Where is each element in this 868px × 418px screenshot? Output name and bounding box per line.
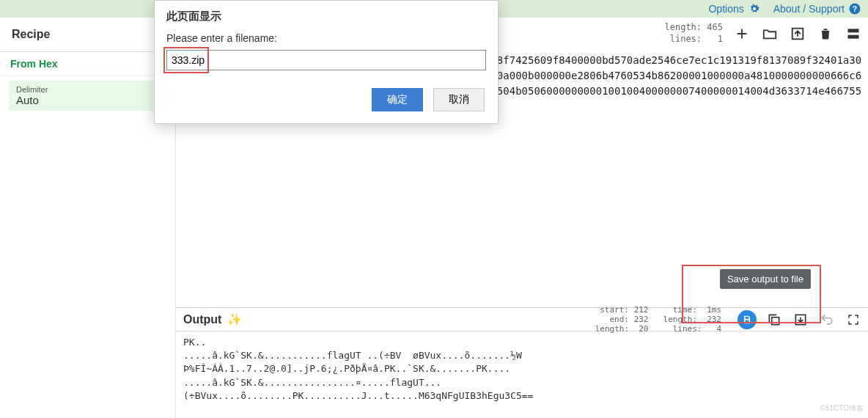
operation-arg[interactable]: Delimiter Auto xyxy=(9,81,166,111)
svg-rect-4 xyxy=(848,34,859,38)
save-output-button[interactable] xyxy=(738,310,757,329)
output-data[interactable]: PK.. .....â.kG`SK.&...........flagUT ..(… xyxy=(176,331,868,418)
recipe-panel: Recipe From Hex Delimiter Auto xyxy=(0,18,176,418)
svg-rect-3 xyxy=(848,29,859,32)
open-file-icon[interactable] xyxy=(789,25,806,43)
layout-icon[interactable] xyxy=(845,25,862,43)
dialog-title: 此页面显示 xyxy=(155,1,498,32)
output-title: Output xyxy=(183,313,221,326)
output-stats: start: 212 end: 232 length: 20 time: 1ms… xyxy=(595,305,721,334)
svg-text:?: ? xyxy=(853,4,857,13)
prompt-dialog: 此页面显示 Please enter a filename: 确定 取消 xyxy=(154,0,499,124)
add-icon[interactable] xyxy=(733,25,751,43)
recipe-title: Recipe xyxy=(0,18,175,52)
about-link[interactable]: About / Support? xyxy=(773,1,862,16)
undo-icon[interactable] xyxy=(818,311,836,329)
ok-button[interactable]: 确定 xyxy=(372,88,423,111)
help-icon: ? xyxy=(847,1,862,16)
fullscreen-icon[interactable] xyxy=(845,311,862,329)
arg-label: Delimiter xyxy=(16,85,159,94)
cancel-button[interactable]: 取消 xyxy=(433,88,485,111)
watermark: ©51CTO博客 xyxy=(820,403,864,414)
folder-icon[interactable] xyxy=(761,25,779,43)
svg-rect-5 xyxy=(772,317,779,324)
input-stats: length: 465 lines: 1 xyxy=(665,22,724,45)
operation-from-hex[interactable]: From Hex xyxy=(0,52,175,76)
clear-icon[interactable] xyxy=(817,25,834,43)
replace-input-icon[interactable] xyxy=(792,311,809,329)
magic-icon[interactable]: ✨ xyxy=(227,312,242,326)
output-panel: Output ✨ start: 212 end: 232 length: 20 … xyxy=(176,308,868,418)
options-link[interactable]: Options xyxy=(708,1,761,16)
dialog-message: Please enter a filename: xyxy=(166,32,486,44)
save-tooltip: Save output to file xyxy=(720,269,811,289)
arg-value: Auto xyxy=(16,94,159,106)
copy-icon[interactable] xyxy=(765,311,783,329)
filename-input[interactable] xyxy=(166,50,486,70)
gear-icon xyxy=(747,1,762,16)
input-toolbar: length: 465 lines: 1 xyxy=(665,22,863,45)
